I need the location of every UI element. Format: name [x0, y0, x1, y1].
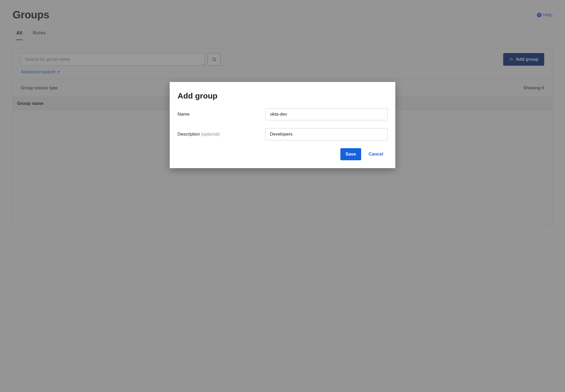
name-label: Name: [178, 112, 265, 117]
cancel-button[interactable]: Cancel: [369, 152, 387, 157]
modal-title: Add group: [178, 91, 387, 100]
add-group-modal: Add group Name Description (optional) Sa…: [170, 82, 395, 168]
description-label-text: Description: [178, 132, 200, 137]
description-input[interactable]: [265, 128, 387, 140]
save-button[interactable]: Save: [340, 148, 361, 160]
modal-actions: Save Cancel: [178, 148, 387, 160]
name-row: Name: [178, 108, 387, 120]
description-optional: (optional): [201, 132, 220, 137]
name-input[interactable]: [265, 108, 387, 120]
description-row: Description (optional): [178, 128, 387, 140]
modal-overlay[interactable]: Add group Name Description (optional) Sa…: [0, 0, 565, 392]
description-label: Description (optional): [178, 132, 265, 137]
